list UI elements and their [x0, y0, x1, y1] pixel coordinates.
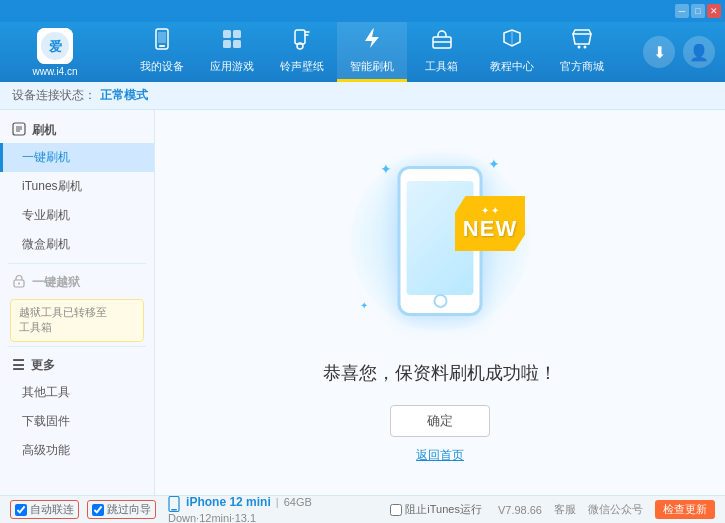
nav-tutorial[interactable]: 教程中心 — [477, 22, 547, 82]
sidebar-item-pro-flash[interactable]: 专业刷机 — [0, 201, 154, 230]
svg-rect-5 — [158, 32, 166, 43]
svg-rect-7 — [233, 30, 241, 38]
header: 爱 www.i4.cn 我的设备 — [0, 22, 725, 82]
logo-url: www.i4.cn — [32, 66, 77, 77]
nav-store-label: 官方商城 — [560, 59, 604, 74]
my-device-icon — [151, 28, 173, 55]
device-name: iPhone 12 mini — [186, 495, 271, 509]
main-layout: 刷机 一键刷机 iTunes刷机 专业刷机 微盒刷机 一键越狱 — [0, 110, 725, 495]
new-badge: ✦ ✦ NEW — [455, 196, 525, 251]
auto-connect-checkbox[interactable] — [15, 504, 27, 516]
nav-items: 我的设备 应用游戏 铃声壁纸 — [100, 22, 643, 82]
toolbox-icon — [431, 28, 453, 55]
logo-icon: 爱 — [37, 28, 73, 64]
svg-point-24 — [18, 283, 20, 285]
skip-wizard-checkbox[interactable] — [92, 504, 104, 516]
nav-apps-games[interactable]: 应用游戏 — [197, 22, 267, 82]
new-stars: ✦ ✦ — [481, 205, 500, 216]
nav-apps-games-label: 应用游戏 — [210, 59, 254, 74]
status-bar: 设备连接状态： 正常模式 — [0, 82, 725, 110]
svg-rect-10 — [295, 30, 305, 44]
sparkle-3: ✦ — [360, 300, 368, 311]
flash-section-icon — [12, 122, 26, 139]
svg-rect-9 — [233, 40, 241, 48]
svg-text:爱: 爱 — [49, 39, 62, 54]
svg-rect-4 — [159, 45, 165, 47]
minimize-button[interactable]: ─ — [675, 4, 689, 18]
bottom-left: 自动联连 跳过向导 iPhone 12 mini | 64GB Down·12m… — [10, 495, 312, 523]
sidebar-section-flash: 刷机 — [0, 116, 154, 143]
smart-flash-icon — [361, 28, 383, 55]
close-button[interactable]: ✕ — [707, 4, 721, 18]
divider-2 — [8, 346, 146, 347]
device-icon — [168, 496, 186, 508]
footer-links: V7.98.66 客服 微信公众号 检查更新 — [498, 500, 715, 519]
success-message: 恭喜您，保资料刷机成功啦！ — [323, 361, 557, 385]
download-button[interactable]: ⬇ — [643, 36, 675, 68]
sidebar-section-jailbreak: 一键越狱 — [0, 268, 154, 295]
title-bar-controls: ─ □ ✕ — [675, 4, 721, 18]
new-text: NEW — [463, 216, 517, 242]
store-icon — [571, 28, 593, 55]
check-update-button[interactable]: 检查更新 — [655, 500, 715, 519]
skip-wizard-label: 跳过向导 — [107, 502, 151, 517]
user-button[interactable]: 👤 — [683, 36, 715, 68]
jailbreak-notice: 越狱工具已转移至工具箱 — [10, 299, 144, 342]
jailbreak-section-label: 一键越狱 — [32, 274, 80, 291]
sidebar-item-one-click-flash[interactable]: 一键刷机 — [0, 143, 154, 172]
flash-section-label: 刷机 — [32, 122, 56, 139]
nav-tutorial-label: 教程中心 — [490, 59, 534, 74]
success-illustration: ✦ ✦ NEW ✦ ✦ ✦ — [340, 141, 540, 341]
sidebar-item-download-firmware[interactable]: 下载固件 — [0, 407, 154, 436]
sidebar-item-other-tools[interactable]: 其他工具 — [0, 378, 154, 407]
sidebar-item-micro-flash[interactable]: 微盒刷机 — [0, 230, 154, 259]
auto-connect-label: 自动联连 — [30, 502, 74, 517]
divider-1 — [8, 263, 146, 264]
nav-right-buttons: ⬇ 👤 — [643, 36, 715, 68]
new-ribbon: ✦ ✦ NEW — [455, 196, 525, 251]
nav-toolbox[interactable]: 工具箱 — [407, 22, 477, 82]
stop-itunes-checkbox[interactable] — [390, 504, 402, 516]
svg-rect-8 — [223, 40, 231, 48]
skip-wizard-checkbox-wrap[interactable]: 跳过向导 — [87, 500, 156, 519]
nav-my-device[interactable]: 我的设备 — [127, 22, 197, 82]
title-bar: ─ □ ✕ — [0, 0, 725, 22]
logo-area[interactable]: 爱 www.i4.cn — [10, 28, 100, 77]
auto-connect-checkbox-wrap[interactable]: 自动联连 — [10, 500, 79, 519]
device-info: iPhone 12 mini | 64GB Down·12mini·13.1 — [168, 495, 312, 523]
stop-itunes-text: 阻止iTunes运行 — [405, 502, 482, 517]
svg-rect-26 — [171, 509, 177, 511]
sidebar-section-more: ☰ 更多 — [0, 351, 154, 378]
svg-rect-6 — [223, 30, 231, 38]
nav-smart-flash[interactable]: 智能刷机 — [337, 22, 407, 82]
sidebar-item-advanced[interactable]: 高级功能 — [0, 436, 154, 465]
customer-service-link[interactable]: 客服 — [554, 502, 576, 517]
bottom-bar: 自动联连 跳过向导 iPhone 12 mini | 64GB Down·12m… — [0, 495, 725, 523]
apps-games-icon — [221, 28, 243, 55]
svg-point-18 — [583, 45, 586, 48]
back-link[interactable]: 返回首页 — [416, 447, 464, 464]
device-firmware: Down·12mini·13.1 — [168, 512, 256, 523]
ringtone-icon — [291, 28, 313, 55]
content-area: ✦ ✦ NEW ✦ ✦ ✦ 恭喜您，保资料刷机成功啦！ 确定 返回首页 — [155, 110, 725, 495]
nav-ringtone-label: 铃声壁纸 — [280, 59, 324, 74]
nav-toolbox-label: 工具箱 — [425, 59, 458, 74]
maximize-button[interactable]: □ — [691, 4, 705, 18]
status-label: 设备连接状态： — [12, 87, 96, 104]
sidebar-item-itunes-flash[interactable]: iTunes刷机 — [0, 172, 154, 201]
tutorial-icon — [501, 28, 523, 55]
nav-smart-flash-label: 智能刷机 — [350, 59, 394, 74]
nav-store[interactable]: 官方商城 — [547, 22, 617, 82]
wechat-public-link[interactable]: 微信公众号 — [588, 502, 643, 517]
more-section-label: 更多 — [31, 357, 55, 374]
nav-ringtone[interactable]: 铃声壁纸 — [267, 22, 337, 82]
nav-my-device-label: 我的设备 — [140, 59, 184, 74]
svg-point-17 — [577, 45, 580, 48]
bottom-right: 阻止iTunes运行 V7.98.66 客服 微信公众号 检查更新 — [390, 500, 715, 519]
more-section-icon: ☰ — [12, 357, 25, 373]
sidebar: 刷机 一键刷机 iTunes刷机 专业刷机 微盒刷机 一键越狱 — [0, 110, 155, 495]
sparkle-2: ✦ — [488, 156, 500, 172]
confirm-button[interactable]: 确定 — [390, 405, 490, 437]
stop-itunes-label[interactable]: 阻止iTunes运行 — [390, 502, 482, 517]
jailbreak-section-icon — [12, 274, 26, 291]
